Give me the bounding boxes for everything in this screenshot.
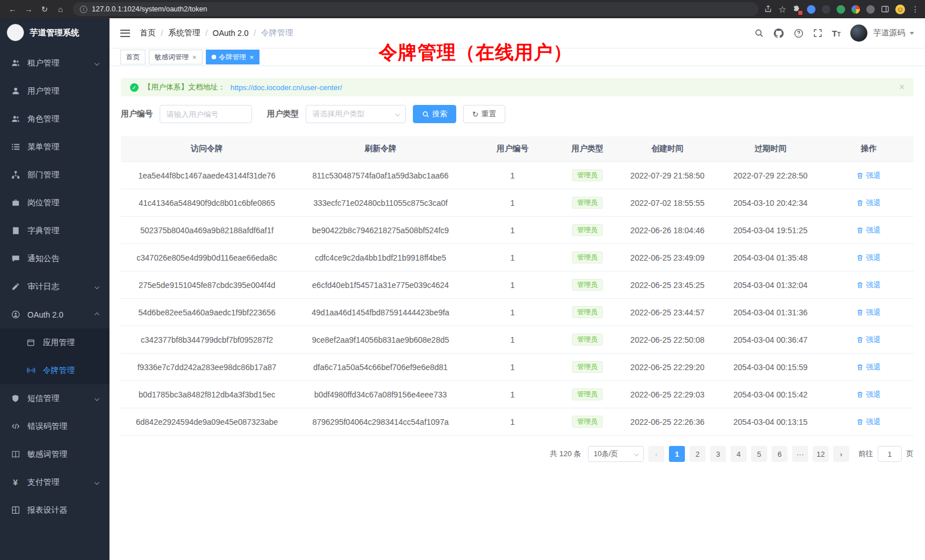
sidebar-item-tenant[interactable]: 租户管理 bbox=[0, 49, 109, 77]
github-icon[interactable] bbox=[773, 28, 784, 39]
force-logout-button[interactable]: 强退 bbox=[857, 417, 881, 427]
browser-forward-icon[interactable]: → bbox=[22, 3, 35, 15]
cell-create-time: 2022-06-25 23:45:25 bbox=[618, 271, 717, 299]
share-icon[interactable] bbox=[764, 5, 772, 13]
user-type-badge: 管理员 bbox=[572, 197, 603, 209]
browser-menu-icon[interactable]: ⋮ bbox=[911, 5, 919, 14]
profile-avatar[interactable]: ☺ bbox=[895, 5, 905, 14]
sidebar-item-oauth[interactable]: OAuth 2.0 bbox=[0, 301, 109, 328]
force-logout-button[interactable]: 强退 bbox=[857, 225, 881, 236]
app-logo-row[interactable]: 芋道管理系统 bbox=[0, 18, 109, 47]
breadcrumb-oauth[interactable]: OAuth 2.0 bbox=[213, 29, 249, 38]
sidebar-item-notice[interactable]: 通知公告 bbox=[0, 245, 109, 273]
tab-sensitive-word[interactable]: 敏感词管理 × bbox=[149, 50, 202, 64]
refresh-icon: ↻ bbox=[472, 110, 478, 119]
cell-access-token: 54d6be82ee5a460a9aedc1f9bf223656 bbox=[121, 299, 293, 326]
side-panel-icon[interactable] bbox=[881, 5, 889, 13]
col-expire-time: 过期时间 bbox=[717, 136, 824, 162]
font-size-icon[interactable]: TT bbox=[832, 29, 841, 38]
breadcrumb-home[interactable]: 首页 bbox=[140, 28, 156, 38]
page-size-select[interactable]: 10条/页 bbox=[588, 446, 644, 462]
sidebar-item-pay[interactable]: ¥ 支付管理 bbox=[0, 468, 109, 496]
chevron-down-icon bbox=[95, 60, 99, 65]
sidebar-item-oauth-token[interactable]: 令牌管理 bbox=[0, 356, 109, 384]
sidebar-item-menu[interactable]: 菜单管理 bbox=[0, 133, 109, 161]
extension-gray-icon[interactable] bbox=[866, 5, 875, 14]
fullscreen-icon[interactable] bbox=[813, 29, 822, 38]
cell-actions: 强退 bbox=[824, 189, 914, 217]
cell-actions: 强退 bbox=[824, 217, 914, 244]
close-icon[interactable]: × bbox=[250, 54, 254, 61]
user-type-badge: 管理员 bbox=[572, 361, 603, 373]
extensions-icon[interactable] bbox=[793, 5, 801, 13]
chevron-up-icon bbox=[95, 312, 99, 316]
bookmark-star-icon[interactable]: ☆ bbox=[778, 4, 786, 15]
reset-button[interactable]: ↻ 重置 bbox=[463, 105, 505, 123]
extension-dark-icon[interactable] bbox=[822, 5, 830, 14]
force-logout-button[interactable]: 强退 bbox=[857, 389, 881, 400]
user-type-select[interactable]: 请选择用户类型 bbox=[306, 105, 406, 123]
goto-page-input[interactable] bbox=[878, 446, 902, 462]
user-id-input[interactable] bbox=[160, 105, 252, 123]
search-icon[interactable] bbox=[754, 29, 764, 38]
sidebar-item-sensitive-word[interactable]: 敏感词管理 bbox=[0, 440, 109, 468]
browser-reload-icon[interactable]: ↻ bbox=[38, 3, 51, 15]
page-button-5[interactable]: 5 bbox=[751, 446, 767, 462]
tab-home[interactable]: 首页 bbox=[120, 50, 145, 64]
page-button-2[interactable]: 2 bbox=[689, 446, 705, 462]
browser-url-bar[interactable]: i 127.0.0.1:1024/system/oauth2/token bbox=[73, 2, 758, 16]
force-logout-button[interactable]: 强退 bbox=[857, 253, 881, 263]
sidebar-item-dict[interactable]: 字典管理 bbox=[0, 217, 109, 245]
extension-blue-icon[interactable] bbox=[807, 5, 816, 14]
sidebar-item-dept[interactable]: 部门管理 bbox=[0, 161, 109, 189]
force-logout-button[interactable]: 强退 bbox=[857, 307, 881, 318]
user-avatar[interactable] bbox=[850, 25, 867, 42]
alert-close-icon[interactable]: × bbox=[899, 83, 904, 92]
app-frame: 芋道管理系统 租户管理 用户管理 角色管理 菜单 bbox=[0, 18, 925, 560]
user-id-label: 用户编号 bbox=[121, 109, 153, 119]
sidebar-collapse-icon[interactable] bbox=[120, 30, 130, 37]
extension-puzzle-icon[interactable] bbox=[851, 5, 860, 14]
extension-green-icon[interactable] bbox=[837, 5, 845, 14]
sidebar-item-role[interactable]: 角色管理 bbox=[0, 105, 109, 133]
browser-home-icon[interactable]: ⌂ bbox=[54, 3, 67, 15]
user-type-badge: 管理员 bbox=[572, 224, 603, 236]
sidebar-item-post[interactable]: 岗位管理 bbox=[0, 189, 109, 217]
cell-user-type: 管理员 bbox=[557, 354, 618, 381]
more-pages-button[interactable]: ··· bbox=[792, 446, 808, 462]
force-logout-button[interactable]: 强退 bbox=[857, 362, 881, 372]
sidebar-item-error-code[interactable]: 错误码管理 bbox=[0, 412, 109, 440]
tab-token[interactable]: 令牌管理 × bbox=[206, 50, 260, 64]
chevron-down-icon[interactable] bbox=[910, 32, 914, 35]
page-button-6[interactable]: 6 bbox=[772, 446, 788, 462]
force-logout-button[interactable]: 强退 bbox=[857, 198, 881, 208]
force-logout-button[interactable]: 强退 bbox=[857, 280, 881, 290]
search-button[interactable]: 搜索 bbox=[413, 105, 456, 123]
force-logout-button[interactable]: 强退 bbox=[857, 335, 881, 345]
sidebar-item-sms[interactable]: 短信管理 bbox=[0, 384, 109, 412]
sidebar-item-audit-log[interactable]: 审计日志 bbox=[0, 273, 109, 301]
sidebar-item-user[interactable]: 用户管理 bbox=[0, 77, 109, 105]
help-icon[interactable] bbox=[794, 29, 804, 38]
doc-link[interactable]: https://doc.iocoder.cn/user-center/ bbox=[230, 83, 342, 92]
active-dot-icon bbox=[212, 55, 216, 59]
force-logout-button[interactable]: 强退 bbox=[857, 171, 881, 181]
user-name[interactable]: 芋道源码 bbox=[873, 28, 905, 38]
breadcrumb-system[interactable]: 系统管理 bbox=[168, 28, 200, 38]
sidebar-item-oauth-app[interactable]: 应用管理 bbox=[0, 328, 109, 356]
browser-back-icon[interactable]: ← bbox=[6, 3, 19, 15]
cell-user-type: 管理员 bbox=[557, 217, 618, 244]
main-area: 首页 / 系统管理 / OAuth 2.0 / 令牌管理 bbox=[109, 18, 925, 560]
page-button-1[interactable]: 1 bbox=[669, 446, 685, 462]
page-button-12[interactable]: 12 bbox=[813, 446, 829, 462]
sidebar-item-report-designer[interactable]: 报表设计器 bbox=[0, 496, 109, 524]
close-icon[interactable]: × bbox=[192, 54, 197, 61]
user-circle-icon bbox=[11, 310, 20, 319]
page-button-4[interactable]: 4 bbox=[731, 446, 747, 462]
site-info-icon[interactable]: i bbox=[80, 6, 87, 13]
next-page-button[interactable]: › bbox=[833, 446, 849, 462]
page-button-3[interactable]: 3 bbox=[710, 446, 726, 462]
list-icon bbox=[11, 143, 20, 151]
prev-page-button[interactable]: ‹ bbox=[648, 446, 664, 462]
cell-expire-time: 2054-03-04 00:15:59 bbox=[717, 354, 824, 381]
